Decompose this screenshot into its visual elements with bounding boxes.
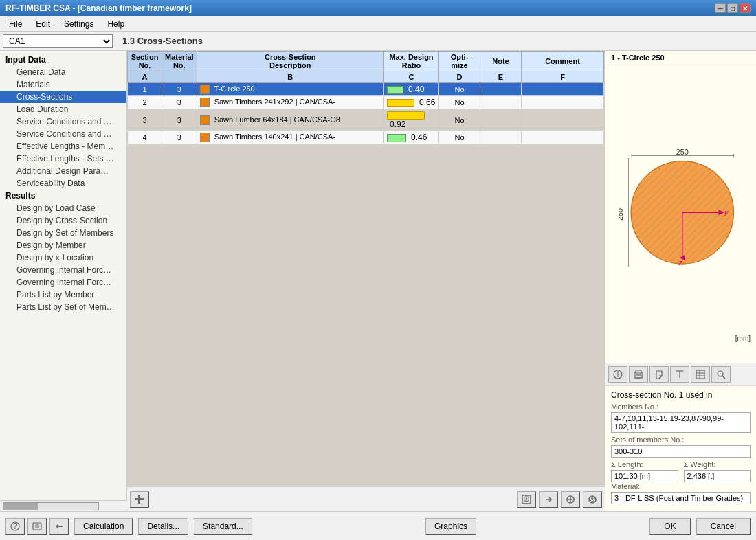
ok-button[interactable]: OK [649,518,690,535]
cs-unit-label: [mm] [735,335,751,342]
table-row[interactable]: 3 3 Sawn Lumber 64x184 | CAN/CSA-O8 0.92… [128,109,604,131]
details-button[interactable]: Details... [138,518,188,535]
cell-comment [522,131,604,144]
graphics-button[interactable]: Graphics [425,518,476,535]
svg-text:?: ? [13,521,18,531]
cell-note [480,131,522,144]
svg-text:⊕: ⊕ [523,494,530,504]
bottom-left-icons: ? [5,518,69,535]
tree-effective-lengths-members[interactable]: Effective Lengths - Members [0,140,126,153]
title-controls: ─ □ ✕ [715,3,751,13]
col-d-label: D [439,71,480,83]
cs-length-weight-row: Σ Length: 101.30 [m] Σ Weight: 2.436 [t] [611,460,751,482]
tree-design-load-case[interactable]: Design by Load Case [0,202,126,214]
table-icon-2[interactable] [539,491,558,508]
tree-design-member[interactable]: Design by Member [0,239,126,251]
table-icon-3[interactable] [561,491,580,508]
maximize-button[interactable]: □ [727,3,738,13]
tree-design-x-location[interactable]: Design by x-Location [0,251,126,264]
results-section: Results [0,190,126,202]
cs-export-button[interactable] [649,366,669,383]
menu-edit[interactable]: Edit [30,17,56,31]
tree-effective-lengths-sets[interactable]: Effective Lengths - Sets of Me... [0,153,126,165]
tree-parts-list-set[interactable]: Parts List by Set of Members [0,301,126,313]
close-button[interactable]: ✕ [740,3,751,13]
svg-text:250: 250 [676,147,688,155]
table-row[interactable]: 1 3 T-Circle 250 0.40 No [128,83,604,96]
col-e-label: E [480,71,522,83]
cs-length-value: 101.30 [m] [611,470,678,482]
col-a-label: A [128,71,162,83]
cs-toolbar: i [605,363,756,385]
cs-print-button[interactable] [629,366,648,383]
cell-section-no: 2 [128,96,162,109]
cs-text-button[interactable] [670,366,689,383]
cancel-button[interactable]: Cancel [696,518,751,535]
cs-length-col: Σ Length: 101.30 [m] [611,460,678,482]
tree-load-duration[interactable]: Load Duration [0,103,126,115]
tree-general-data[interactable]: General Data [0,66,126,78]
tree-design-set-members[interactable]: Design by Set of Members [0,227,126,239]
svg-rect-29 [636,375,641,378]
table-row[interactable]: 4 3 Sawn Timbers 140x241 | CAN/CSA- 0.46… [128,131,604,144]
bottom-icon-1[interactable]: ? [5,518,25,535]
cs-members-row: Members No.: 4-7,10,11,13-15,19-23,87-90… [611,403,751,433]
cross-sections-table: SectionNo. MaterialNo. Cross-SectionDesc… [127,51,604,144]
cell-design-ratio: 0.66 [384,96,439,109]
tree-serviceability[interactable]: Serviceability Data [0,177,126,190]
table-row[interactable]: 2 3 Sawn Timbers 241x292 | CAN/CSA- 0.66… [128,96,604,109]
svg-point-36 [718,371,723,376]
col-note: Note [480,52,522,71]
col-f-label: F [522,71,604,83]
col-a2-label [162,71,197,83]
menu-settings[interactable]: Settings [58,17,100,31]
tree-design-cross-section[interactable]: Design by Cross-Section [0,214,126,227]
table-container[interactable]: SectionNo. MaterialNo. Cross-SectionDesc… [127,51,605,486]
color-swatch [200,98,210,107]
cell-material-no: 3 [162,83,197,96]
svg-rect-40 [33,523,41,530]
tree-governing-forces-m[interactable]: Governing Internal Forces by M... [0,264,126,276]
cell-optimize: No [439,96,480,109]
cell-optimize: No [439,131,480,144]
col-comment: Comment [522,52,604,71]
table-icon-4[interactable]: 👁 [583,491,602,508]
standard-button[interactable]: Standard... [194,518,252,535]
col-c-label: C [384,71,439,83]
cs-material-value: 3 - DF-L SS (Post and Timber Grades) [611,492,751,504]
tree-parts-list-member[interactable]: Parts List by Member [0,289,126,301]
col-b-label: B [197,71,383,83]
cs-zoom-button[interactable] [711,366,731,383]
tree-cross-sections[interactable]: Cross-Sections [0,91,126,103]
cs-table-button[interactable] [691,366,710,383]
minimize-button[interactable]: ─ [715,3,726,13]
svg-text:y: y [724,207,729,216]
left-panel: Input Data General Data Materials Cross-… [0,51,127,511]
svg-text:👁: 👁 [588,495,597,504]
tree-governing-forces-s[interactable]: Governing Internal Forces by S... [0,276,126,289]
tree-additional-design[interactable]: Additional Design Parameters [0,165,126,177]
cs-sets-value: 300-310 [611,445,751,458]
tree-service-conditions-2[interactable]: Service Conditions and Treatme... [0,128,126,140]
menu-help[interactable]: Help [101,17,131,31]
split-content: SectionNo. MaterialNo. Cross-SectionDesc… [127,51,756,511]
table-add-icon[interactable] [130,491,149,508]
bottom-icon-3[interactable] [49,518,69,535]
ca-dropdown[interactable]: CA1 [3,34,113,48]
cs-info-button[interactable]: i [608,366,627,383]
col-material-no: MaterialNo. [162,52,197,71]
tree-service-conditions-1[interactable]: Service Conditions and Treatme... [0,115,126,128]
cs-weight-col: Σ Weight: 2.436 [t] [684,460,751,482]
cell-material-no: 3 [162,109,197,131]
cell-section-no: 4 [128,131,162,144]
cs-sets-row: Sets of members No.: 300-310 [611,436,751,458]
bottom-icon-2[interactable] [27,518,47,535]
calculation-button[interactable]: Calculation [74,518,133,535]
menu-file[interactable]: File [3,17,28,31]
left-panel-scrollbar[interactable] [3,502,99,510]
table-icon-1[interactable]: ⊕ [517,491,536,508]
cell-note [480,109,522,131]
tree-materials[interactable]: Materials [0,78,126,91]
cs-material-row: Material: 3 - DF-L SS (Post and Timber G… [611,482,751,504]
cell-design-ratio: 0.92 [384,109,439,131]
